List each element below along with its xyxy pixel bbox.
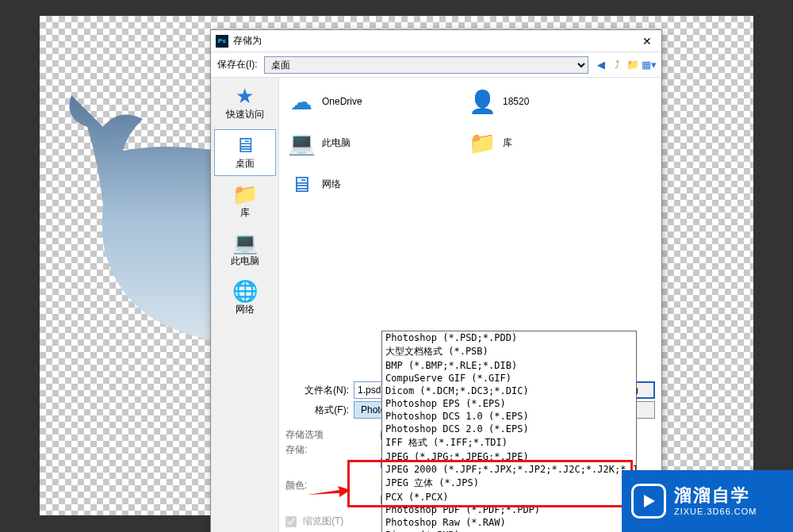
format-dropdown-list[interactable]: Photoshop (*.PSD;*.PDD)大型文档格式 (*.PSB)BMP… bbox=[381, 331, 637, 532]
file-item-label: 网络 bbox=[322, 178, 341, 191]
format-option[interactable]: Photoshop Raw (*.RAW) bbox=[382, 516, 636, 529]
sidebar-item-label: 此电脑 bbox=[231, 255, 259, 268]
folder-icon: 🌐 bbox=[232, 281, 258, 301]
watermark-badge: 溜溜自学 ZIXUE.3D66.COM bbox=[622, 470, 793, 532]
close-icon[interactable]: ✕ bbox=[638, 35, 657, 48]
format-option[interactable]: JPEG 2000 (*.JPF;*.JPX;*.JP2;*.J2C;*.J2K… bbox=[382, 463, 636, 476]
sidebar-item-0[interactable]: ★快速访问 bbox=[214, 81, 276, 126]
storage-label: 存储: bbox=[285, 443, 357, 457]
format-option[interactable]: IFF 格式 (*.IFF;*.TDI) bbox=[382, 435, 636, 450]
file-item-label: OneDrive bbox=[322, 96, 362, 107]
format-option[interactable]: Pixar (*.PXR) bbox=[382, 529, 636, 532]
format-option[interactable]: BMP (*.BMP;*.RLE;*.DIB) bbox=[382, 359, 636, 372]
format-option[interactable]: Dicom (*.DCM;*.DC3;*.DIC) bbox=[382, 385, 636, 397]
up-icon[interactable]: ⤴ bbox=[611, 59, 623, 71]
color-label: 颜色: bbox=[285, 479, 357, 492]
format-option[interactable]: Photoshop (*.PSD;*.PDD) bbox=[382, 331, 636, 344]
file-item-3[interactable]: 📁库 bbox=[466, 125, 641, 160]
format-option[interactable]: JPEG (*.JPG;*.JPEG;*.JPE) bbox=[382, 450, 636, 463]
format-option[interactable]: PCX (*.PCX) bbox=[382, 491, 636, 503]
file-icon: 📁 bbox=[468, 128, 496, 157]
file-item-4[interactable]: 🖥网络 bbox=[285, 166, 460, 201]
photoshop-icon: Ps bbox=[216, 35, 228, 48]
format-option[interactable]: 大型文档格式 (*.PSB) bbox=[382, 344, 636, 359]
view-menu-icon[interactable]: ▦▾ bbox=[642, 59, 655, 71]
new-folder-icon[interactable]: 📁 bbox=[626, 59, 639, 71]
save-in-select[interactable]: 桌面 bbox=[264, 56, 588, 74]
dialog-titlebar: Ps 存储为 ✕ bbox=[211, 30, 661, 52]
format-option[interactable]: JPEG 立体 (*.JPS) bbox=[382, 476, 636, 491]
folder-icon: 🖥 bbox=[235, 135, 255, 155]
folder-icon: 💻 bbox=[232, 232, 258, 253]
format-option[interactable]: CompuServe GIF (*.GIF) bbox=[382, 372, 636, 385]
watermark-brand: 溜溜自学 bbox=[674, 485, 757, 506]
file-item-0[interactable]: ☁OneDrive bbox=[285, 84, 460, 119]
file-icon: 👤 bbox=[468, 87, 496, 116]
sidebar-item-2[interactable]: 📁库 bbox=[214, 179, 276, 224]
folder-icon: ★ bbox=[236, 86, 254, 106]
play-icon bbox=[631, 484, 666, 519]
file-icon: 🖥 bbox=[287, 170, 316, 198]
file-item-label: 此电脑 bbox=[322, 136, 351, 150]
folder-icon: 📁 bbox=[232, 184, 258, 205]
watermark-url: ZIXUE.3D66.COM bbox=[674, 507, 757, 517]
sidebar-item-1[interactable]: 🖥桌面 bbox=[214, 129, 276, 176]
sidebar-item-3[interactable]: 💻此电脑 bbox=[214, 228, 276, 273]
storage-options-label: 存储选项 bbox=[285, 428, 357, 442]
format-option[interactable]: Photoshop EPS (*.EPS) bbox=[382, 397, 636, 410]
format-label: 格式(F): bbox=[285, 404, 349, 417]
file-icon: ☁ bbox=[287, 87, 316, 116]
checkbox-thumbnail bbox=[285, 516, 297, 527]
file-item-label: 库 bbox=[503, 136, 512, 150]
dialog-title: 存储为 bbox=[233, 34, 638, 48]
places-sidebar: ★快速访问🖥桌面📁库💻此电脑🌐网络 bbox=[211, 78, 279, 532]
file-item-label: 18520 bbox=[503, 96, 529, 107]
dialog-toolbar: 保存在(I): 桌面 ◀ ⤴ 📁 ▦▾ bbox=[211, 52, 661, 78]
sidebar-item-label: 快速访问 bbox=[226, 108, 264, 121]
back-icon[interactable]: ◀ bbox=[595, 59, 607, 71]
format-option[interactable]: Photoshop DCS 2.0 (*.EPS) bbox=[382, 423, 636, 435]
filename-label: 文件名(N): bbox=[285, 384, 349, 397]
file-item-2[interactable]: 💻此电脑 bbox=[285, 125, 460, 160]
format-option[interactable]: Photoshop PDF (*.PDF;*.PDP) bbox=[382, 503, 636, 516]
sidebar-item-label: 库 bbox=[240, 206, 250, 220]
file-icon: 💻 bbox=[287, 128, 316, 157]
file-item-1[interactable]: 👤18520 bbox=[466, 84, 641, 119]
format-option[interactable]: Photoshop DCS 1.0 (*.EPS) bbox=[382, 410, 636, 423]
thumbnail-label: 缩览图(T) bbox=[303, 515, 343, 528]
sidebar-item-label: 网络 bbox=[236, 303, 255, 316]
sidebar-item-label: 桌面 bbox=[236, 157, 255, 170]
sidebar-item-4[interactable]: 🌐网络 bbox=[214, 276, 276, 321]
save-in-label: 保存在(I): bbox=[217, 58, 258, 71]
